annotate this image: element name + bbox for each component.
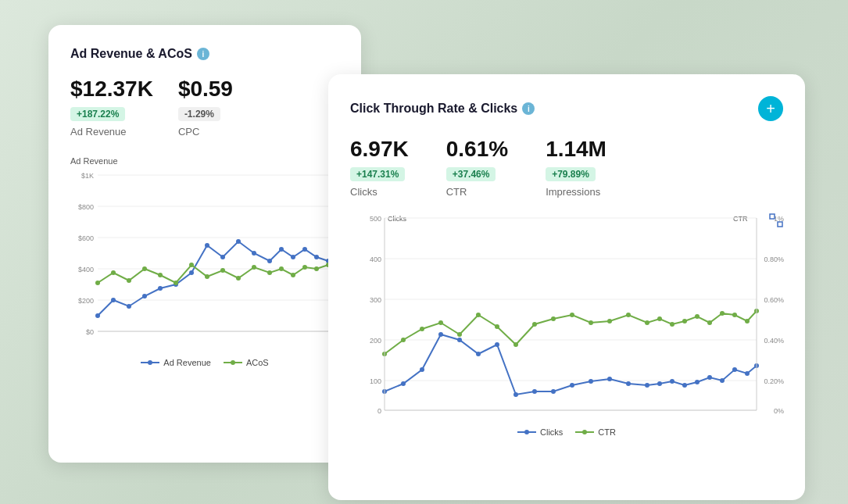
- svg-point-32: [142, 266, 147, 271]
- svg-point-105: [532, 322, 537, 327]
- right-chart-area: 500 400 300 200 100 0 1% 0.80% 0.60% 0.4…: [350, 213, 783, 437]
- svg-point-88: [657, 381, 662, 386]
- svg-point-21: [236, 239, 241, 244]
- svg-text:0.40%: 0.40%: [764, 337, 784, 345]
- svg-point-77: [457, 338, 462, 342]
- svg-text:$800: $800: [78, 203, 94, 211]
- svg-point-20: [220, 255, 225, 259]
- svg-text:0.60%: 0.60%: [764, 296, 784, 304]
- svg-point-74: [401, 381, 406, 386]
- svg-point-35: [189, 263, 194, 267]
- ad-revenue-badge: +187.22%: [70, 107, 125, 121]
- clicks-badge: +147.31%: [350, 167, 405, 181]
- card-left-title-text: Ad Revenue & ACoS: [70, 47, 192, 61]
- svg-point-119: [745, 319, 750, 323]
- add-button[interactable]: +: [758, 96, 783, 121]
- svg-text:$200: $200: [78, 297, 94, 305]
- svg-text:0.80%: 0.80%: [764, 256, 784, 263]
- svg-point-30: [111, 270, 116, 275]
- svg-point-40: [267, 270, 272, 275]
- ad-revenue-value: $12.37K: [70, 77, 153, 102]
- left-chart-legend: Ad Revenue ACoS: [70, 358, 339, 367]
- svg-rect-51: [770, 214, 775, 219]
- svg-point-112: [657, 316, 662, 321]
- svg-point-118: [732, 313, 737, 317]
- svg-point-34: [174, 281, 178, 285]
- svg-point-15: [142, 294, 147, 298]
- left-chart-title: Ad Revenue: [70, 156, 339, 166]
- legend-acos: ACoS: [224, 358, 269, 367]
- info-icon-right[interactable]: i: [522, 102, 535, 115]
- cpc-value: $0.59: [178, 77, 233, 102]
- svg-text:0%: 0%: [774, 407, 784, 415]
- svg-text:100: 100: [370, 377, 381, 385]
- svg-point-87: [645, 383, 649, 388]
- svg-point-79: [495, 342, 499, 347]
- svg-point-44: [314, 266, 319, 271]
- metric-cpc: $0.59 -1.29% CPC: [178, 77, 233, 138]
- svg-point-42: [291, 273, 295, 277]
- svg-point-12: [95, 313, 100, 318]
- svg-point-37: [220, 268, 225, 273]
- legend-clicks-label: Clicks: [540, 427, 563, 437]
- ctr-value: 0.61%: [446, 137, 508, 162]
- legend-ctr-line: [575, 428, 594, 436]
- svg-point-24: [279, 247, 284, 252]
- svg-point-23: [267, 259, 272, 263]
- svg-point-41: [279, 266, 284, 271]
- svg-point-80: [513, 392, 518, 397]
- legend-ctr-label: CTR: [598, 427, 616, 437]
- metric-ctr: 0.61% +37.46% CTR: [446, 137, 508, 198]
- ctr-clicks-card: Click Through Rate & Clicks i + 6.97K +1…: [328, 74, 805, 500]
- svg-point-82: [551, 389, 556, 394]
- svg-text:CTR: CTR: [733, 215, 748, 223]
- svg-point-92: [707, 375, 712, 380]
- svg-point-78: [476, 352, 481, 356]
- svg-point-117: [720, 311, 725, 316]
- svg-text:$600: $600: [78, 234, 94, 242]
- svg-text:0.20%: 0.20%: [764, 377, 784, 385]
- svg-text:Clicks: Clicks: [388, 215, 406, 223]
- metric-ad-revenue: $12.37K +187.22% Ad Revenue: [70, 77, 153, 138]
- card-right-title-text: Click Through Rate & Clicks: [350, 102, 517, 116]
- metric-impressions: 1.14M +79.89% Impressions: [546, 137, 606, 198]
- legend-ad-revenue-label: Ad Revenue: [163, 358, 211, 367]
- svg-point-33: [158, 273, 163, 277]
- info-icon-left[interactable]: i: [197, 48, 209, 60]
- impressions-label: Impressions: [546, 186, 606, 198]
- ctr-label: CTR: [446, 186, 508, 198]
- svg-point-16: [158, 286, 163, 291]
- svg-text:400: 400: [370, 256, 381, 263]
- svg-point-125: [524, 430, 529, 434]
- svg-point-85: [607, 377, 612, 381]
- left-chart-svg: $1K $800 $600 $400 $200 $0: [70, 167, 336, 347]
- svg-text:0: 0: [377, 407, 381, 415]
- svg-text:500: 500: [370, 215, 381, 223]
- svg-point-39: [252, 265, 256, 270]
- impressions-value: 1.14M: [546, 137, 606, 162]
- ad-revenue-label: Ad Revenue: [70, 126, 153, 138]
- card-right-title: Click Through Rate & Clicks i +: [350, 96, 783, 121]
- expand-icon[interactable]: [769, 213, 783, 231]
- svg-text:$0: $0: [86, 328, 94, 336]
- svg-point-31: [127, 278, 131, 283]
- svg-point-76: [438, 332, 443, 337]
- svg-point-91: [695, 380, 700, 384]
- svg-point-98: [401, 338, 406, 342]
- metric-clicks: 6.97K +147.31% Clicks: [350, 137, 409, 198]
- svg-point-110: [626, 313, 631, 317]
- legend-acos-label: ACoS: [246, 358, 269, 367]
- svg-point-95: [745, 371, 750, 376]
- svg-point-26: [302, 247, 307, 252]
- card-left-title: Ad Revenue & ACoS i: [70, 47, 339, 61]
- right-chart-svg: 500 400 300 200 100 0 1% 0.80% 0.60% 0.4…: [350, 213, 788, 416]
- svg-point-75: [420, 367, 424, 372]
- svg-point-89: [670, 379, 674, 384]
- svg-point-43: [302, 265, 307, 270]
- svg-point-27: [314, 255, 319, 259]
- svg-point-93: [720, 378, 725, 383]
- clicks-value: 6.97K: [350, 137, 409, 162]
- legend-ctr: CTR: [575, 427, 616, 437]
- left-chart-area: Ad Revenue $1K $800 $600 $400 $200 $0: [70, 156, 339, 367]
- svg-point-25: [291, 255, 295, 259]
